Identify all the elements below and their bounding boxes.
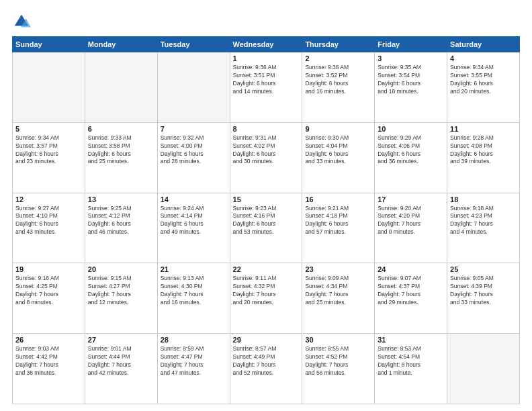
- day-info: Sunrise: 9:07 AM Sunset: 4:37 PM Dayligh…: [378, 275, 444, 307]
- col-thursday: Thursday: [302, 37, 375, 52]
- day-number: 22: [233, 265, 300, 273]
- calendar-cell: 13Sunrise: 9:25 AM Sunset: 4:12 PM Dayli…: [85, 193, 157, 263]
- day-number: 28: [161, 336, 227, 344]
- day-info: Sunrise: 9:34 AM Sunset: 3:57 PM Dayligh…: [15, 134, 82, 167]
- calendar-cell: 24Sunrise: 9:07 AM Sunset: 4:37 PM Dayli…: [375, 263, 447, 334]
- calendar-cell: 31Sunrise: 8:53 AM Sunset: 4:54 PM Dayli…: [375, 334, 447, 404]
- page: Sunday Monday Tuesday Wednesday Thursday…: [0, 0, 532, 411]
- header: [12, 12, 520, 31]
- day-number: 3: [378, 54, 444, 62]
- calendar-cell: 29Sunrise: 8:57 AM Sunset: 4:49 PM Dayli…: [230, 334, 302, 404]
- logo-icon: [12, 12, 31, 31]
- calendar-cell: 30Sunrise: 8:55 AM Sunset: 4:52 PM Dayli…: [302, 334, 375, 404]
- calendar-cell: 28Sunrise: 8:59 AM Sunset: 4:47 PM Dayli…: [157, 334, 230, 404]
- day-number: 5: [15, 125, 82, 133]
- calendar-cell: 20Sunrise: 9:15 AM Sunset: 4:27 PM Dayli…: [85, 263, 157, 334]
- day-info: Sunrise: 8:57 AM Sunset: 4:49 PM Dayligh…: [233, 345, 300, 377]
- day-number: 15: [233, 195, 300, 203]
- calendar-cell: [447, 334, 520, 404]
- calendar-cell: 19Sunrise: 9:16 AM Sunset: 4:25 PM Dayli…: [13, 263, 85, 334]
- day-number: 2: [305, 54, 371, 62]
- day-number: 12: [15, 195, 82, 203]
- calendar-header: Sunday Monday Tuesday Wednesday Thursday…: [13, 37, 520, 52]
- day-info: Sunrise: 9:20 AM Sunset: 4:20 PM Dayligh…: [378, 205, 444, 237]
- day-info: Sunrise: 9:09 AM Sunset: 4:34 PM Dayligh…: [305, 275, 371, 307]
- day-info: Sunrise: 9:36 AM Sunset: 3:52 PM Dayligh…: [305, 64, 371, 96]
- calendar-cell: 27Sunrise: 9:01 AM Sunset: 4:44 PM Dayli…: [85, 334, 157, 404]
- day-number: 29: [233, 336, 300, 344]
- calendar-cell: 22Sunrise: 9:11 AM Sunset: 4:32 PM Dayli…: [230, 263, 302, 334]
- day-info: Sunrise: 9:15 AM Sunset: 4:27 PM Dayligh…: [88, 275, 154, 307]
- calendar-week-1: 1Sunrise: 9:36 AM Sunset: 3:51 PM Daylig…: [13, 52, 520, 123]
- weekday-row: Sunday Monday Tuesday Wednesday Thursday…: [13, 37, 520, 52]
- calendar-cell: 11Sunrise: 9:28 AM Sunset: 4:08 PM Dayli…: [447, 122, 520, 193]
- day-info: Sunrise: 9:33 AM Sunset: 3:58 PM Dayligh…: [88, 134, 154, 167]
- day-info: Sunrise: 9:25 AM Sunset: 4:12 PM Dayligh…: [88, 205, 154, 237]
- calendar-week-3: 12Sunrise: 9:27 AM Sunset: 4:10 PM Dayli…: [13, 193, 520, 263]
- day-number: 13: [88, 195, 154, 203]
- day-info: Sunrise: 9:24 AM Sunset: 4:14 PM Dayligh…: [161, 205, 227, 237]
- day-number: 20: [88, 265, 154, 273]
- day-info: Sunrise: 9:11 AM Sunset: 4:32 PM Dayligh…: [233, 275, 300, 307]
- day-number: 1: [233, 54, 300, 62]
- day-info: Sunrise: 9:35 AM Sunset: 3:54 PM Dayligh…: [378, 64, 444, 96]
- day-info: Sunrise: 9:32 AM Sunset: 4:00 PM Dayligh…: [161, 134, 227, 167]
- day-number: 17: [378, 195, 444, 203]
- calendar-cell: 4Sunrise: 9:34 AM Sunset: 3:55 PM Daylig…: [447, 52, 520, 123]
- day-info: Sunrise: 8:55 AM Sunset: 4:52 PM Dayligh…: [305, 345, 371, 377]
- col-sunday: Sunday: [13, 37, 85, 52]
- calendar-cell: 17Sunrise: 9:20 AM Sunset: 4:20 PM Dayli…: [375, 193, 447, 263]
- day-number: 9: [305, 125, 371, 133]
- calendar-cell: 21Sunrise: 9:13 AM Sunset: 4:30 PM Dayli…: [157, 263, 230, 334]
- calendar-cell: 1Sunrise: 9:36 AM Sunset: 3:51 PM Daylig…: [230, 52, 302, 123]
- day-info: Sunrise: 9:21 AM Sunset: 4:18 PM Dayligh…: [305, 205, 371, 237]
- day-number: 10: [378, 125, 444, 133]
- day-number: 25: [450, 265, 517, 273]
- day-info: Sunrise: 9:03 AM Sunset: 4:42 PM Dayligh…: [15, 345, 82, 377]
- calendar-cell: 5Sunrise: 9:34 AM Sunset: 3:57 PM Daylig…: [13, 122, 85, 193]
- day-info: Sunrise: 8:53 AM Sunset: 4:54 PM Dayligh…: [378, 345, 444, 377]
- col-friday: Friday: [375, 37, 447, 52]
- day-number: 24: [378, 265, 444, 273]
- logo: [12, 12, 34, 31]
- calendar-cell: 9Sunrise: 9:30 AM Sunset: 4:04 PM Daylig…: [302, 122, 375, 193]
- calendar-cell: 6Sunrise: 9:33 AM Sunset: 3:58 PM Daylig…: [85, 122, 157, 193]
- day-info: Sunrise: 9:36 AM Sunset: 3:51 PM Dayligh…: [233, 64, 300, 96]
- day-info: Sunrise: 9:05 AM Sunset: 4:39 PM Dayligh…: [450, 275, 517, 307]
- day-info: Sunrise: 9:31 AM Sunset: 4:02 PM Dayligh…: [233, 134, 300, 167]
- day-info: Sunrise: 9:13 AM Sunset: 4:30 PM Dayligh…: [161, 275, 227, 307]
- calendar-week-5: 26Sunrise: 9:03 AM Sunset: 4:42 PM Dayli…: [13, 334, 520, 404]
- day-number: 7: [161, 125, 227, 133]
- day-info: Sunrise: 9:16 AM Sunset: 4:25 PM Dayligh…: [15, 275, 82, 307]
- calendar-cell: [13, 52, 85, 123]
- day-number: 4: [450, 54, 517, 62]
- day-info: Sunrise: 9:30 AM Sunset: 4:04 PM Dayligh…: [305, 134, 371, 167]
- day-info: Sunrise: 8:59 AM Sunset: 4:47 PM Dayligh…: [161, 345, 227, 377]
- calendar-cell: 16Sunrise: 9:21 AM Sunset: 4:18 PM Dayli…: [302, 193, 375, 263]
- day-number: 21: [161, 265, 227, 273]
- day-number: 23: [305, 265, 371, 273]
- calendar-body: 1Sunrise: 9:36 AM Sunset: 3:51 PM Daylig…: [13, 52, 520, 404]
- day-info: Sunrise: 9:27 AM Sunset: 4:10 PM Dayligh…: [15, 205, 82, 237]
- calendar-cell: 10Sunrise: 9:29 AM Sunset: 4:06 PM Dayli…: [375, 122, 447, 193]
- col-monday: Monday: [85, 37, 157, 52]
- day-number: 18: [450, 195, 517, 203]
- day-info: Sunrise: 9:28 AM Sunset: 4:08 PM Dayligh…: [450, 134, 517, 167]
- col-saturday: Saturday: [447, 37, 520, 52]
- calendar-cell: 8Sunrise: 9:31 AM Sunset: 4:02 PM Daylig…: [230, 122, 302, 193]
- col-wednesday: Wednesday: [230, 37, 302, 52]
- day-number: 27: [88, 336, 154, 344]
- calendar-cell: 15Sunrise: 9:23 AM Sunset: 4:16 PM Dayli…: [230, 193, 302, 263]
- calendar-cell: 18Sunrise: 9:18 AM Sunset: 4:23 PM Dayli…: [447, 193, 520, 263]
- day-info: Sunrise: 9:23 AM Sunset: 4:16 PM Dayligh…: [233, 205, 300, 237]
- day-number: 14: [161, 195, 227, 203]
- day-number: 8: [233, 125, 300, 133]
- calendar: Sunday Monday Tuesday Wednesday Thursday…: [12, 36, 520, 404]
- day-info: Sunrise: 9:01 AM Sunset: 4:44 PM Dayligh…: [88, 345, 154, 377]
- day-number: 11: [450, 125, 517, 133]
- day-number: 6: [88, 125, 154, 133]
- calendar-cell: 7Sunrise: 9:32 AM Sunset: 4:00 PM Daylig…: [157, 122, 230, 193]
- day-number: 31: [378, 336, 444, 344]
- calendar-week-2: 5Sunrise: 9:34 AM Sunset: 3:57 PM Daylig…: [13, 122, 520, 193]
- day-info: Sunrise: 9:18 AM Sunset: 4:23 PM Dayligh…: [450, 205, 517, 237]
